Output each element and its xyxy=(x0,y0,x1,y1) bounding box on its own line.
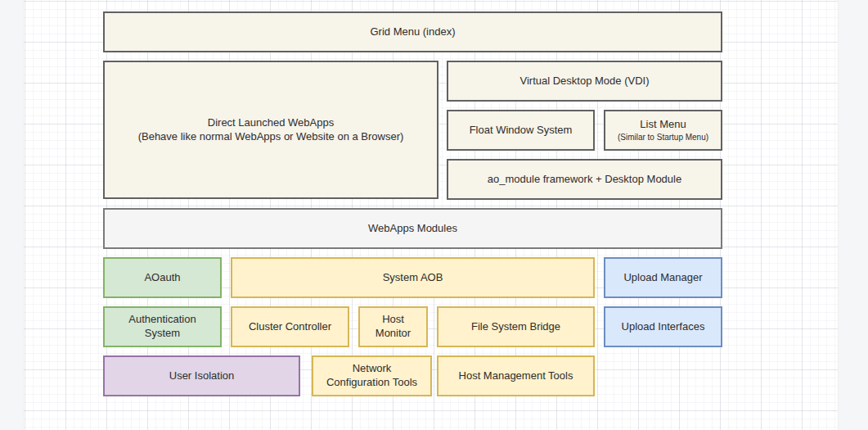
node-sublabel: (Behave like normal WebApps or Website o… xyxy=(138,130,404,144)
node-upload-interfaces[interactable]: Upload Interfaces xyxy=(604,306,722,347)
node-label: User Isolation xyxy=(169,369,234,383)
node-upload-manager[interactable]: Upload Manager xyxy=(604,257,722,298)
node-authentication-system[interactable]: Authentication System xyxy=(103,306,222,347)
node-list-menu[interactable]: List Menu (Similar to Startup Menu) xyxy=(604,110,722,151)
node-label: Host Management Tools xyxy=(459,369,573,383)
node-label: Direct Launched WebApps xyxy=(208,116,334,130)
node-label: AOauth xyxy=(144,271,180,285)
node-label: Virtual Desktop Mode (VDI) xyxy=(520,75,650,88)
node-label: Cluster Controller xyxy=(249,320,331,334)
node-label: WebApps Modules xyxy=(368,222,457,236)
node-sublabel: (Similar to Startup Menu) xyxy=(618,132,708,143)
node-host-management-tools[interactable]: Host Management Tools xyxy=(437,355,595,396)
node-virtual-desktop-mode[interactable]: Virtual Desktop Mode (VDI) xyxy=(447,61,722,102)
diagram-page: Grid Menu (index) Direct Launched WebApp… xyxy=(0,0,868,430)
node-label: File System Bridge xyxy=(471,320,560,334)
node-label: ao_module framework + Desktop Module xyxy=(488,173,681,187)
node-direct-launched-webapps[interactable]: Direct Launched WebApps (Behave like nor… xyxy=(103,61,438,199)
node-label: Grid Menu (index) xyxy=(370,25,455,39)
canvas-margin-right xyxy=(838,0,868,430)
node-label: Authentication System xyxy=(115,313,209,341)
node-label: Float Window System xyxy=(470,124,573,138)
node-float-window-system[interactable]: Float Window System xyxy=(447,110,595,151)
node-cluster-controller[interactable]: Cluster Controller xyxy=(231,306,349,347)
node-user-isolation[interactable]: User Isolation xyxy=(103,355,300,396)
node-file-system-bridge[interactable]: File System Bridge xyxy=(437,306,595,347)
node-label: Host Monitor xyxy=(371,313,416,341)
node-label: Upload Manager xyxy=(623,271,702,285)
node-label: List Menu xyxy=(640,118,686,132)
node-label: Upload Interfaces xyxy=(622,320,705,334)
canvas-margin-left xyxy=(0,0,24,430)
node-ao-module-framework[interactable]: ao_module framework + Desktop Module xyxy=(447,159,722,200)
node-grid-menu[interactable]: Grid Menu (index) xyxy=(103,11,722,52)
node-webapps-modules[interactable]: WebApps Modules xyxy=(103,208,722,249)
node-label: System AOB xyxy=(383,271,443,285)
node-system-aob[interactable]: System AOB xyxy=(231,257,595,298)
node-aoauth[interactable]: AOauth xyxy=(103,257,222,298)
node-host-monitor[interactable]: Host Monitor xyxy=(358,306,428,347)
node-network-configuration-tools[interactable]: Network Configuration Tools xyxy=(312,355,432,396)
node-label: Network Configuration Tools xyxy=(324,362,420,390)
